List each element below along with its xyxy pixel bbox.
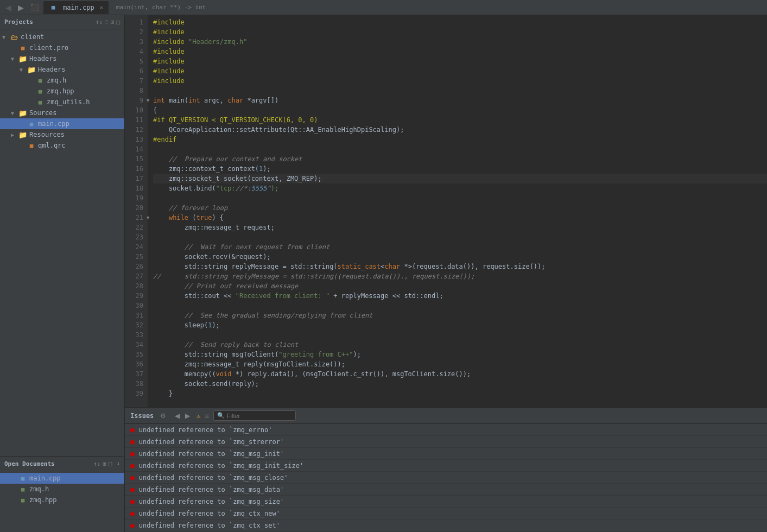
code-line-25: socket.recv(&request);	[153, 252, 767, 262]
expand-icon[interactable]: ⊞	[111, 18, 115, 26]
issues-next-button[interactable]: ▶	[183, 411, 192, 421]
issue-row[interactable]: ●undefined reference to `zmq_errno'	[125, 424, 767, 436]
fold-triangle-9[interactable]: ▼	[147, 96, 149, 105]
code-line-13: #endif	[153, 135, 767, 144]
issues-config-button[interactable]: ⚙	[158, 411, 168, 421]
tree-item-zmq.hpp[interactable]: ■zmq.hpp	[0, 86, 124, 97]
code-editor[interactable]: #include #include #include "Headers/zmq.…	[148, 15, 767, 407]
open-docs-title: Open Documents	[4, 460, 55, 467]
open-doc-item-main.cpp[interactable]: ■main.cpp	[0, 473, 124, 484]
line-number-32: 32	[129, 320, 143, 330]
projects-header: Projects ↑↓ ≡ ⊞ □	[0, 15, 124, 29]
issue-text: undefined reference to `zmq_ctx_new'	[139, 510, 280, 517]
code-line-11: #if QT_VERSION < QT_VERSION_CHECK(6, 0, …	[153, 115, 767, 125]
main-cpp-tab[interactable]: ■ main.cpp ✕	[43, 1, 109, 14]
code-line-8	[153, 86, 767, 96]
issue-row[interactable]: ●undefined reference to `zmq_msg_init'	[125, 448, 767, 460]
issue-text: undefined reference to `zmq_errno'	[139, 426, 272, 434]
issue-row[interactable]: ●undefined reference to `zmq_msg_size'	[125, 496, 767, 508]
filter-icon[interactable]: ≡	[105, 18, 109, 26]
open-doc-item-zmq.hpp[interactable]: ■zmq.hpp	[0, 495, 124, 505]
tree-item-zmq_utils.h[interactable]: ■zmq_utils.h	[0, 97, 124, 107]
line-number-5: 5	[129, 56, 143, 66]
issue-error-icon: ●	[130, 521, 135, 529]
line-number-37: 37	[129, 369, 143, 379]
tree-item-icon-project: 🗁	[10, 33, 18, 41]
nav-forward-button[interactable]: ▶	[16, 2, 26, 13]
sort-icon[interactable]: ↑↓	[96, 18, 103, 26]
line-number-15: 15	[129, 154, 143, 164]
issue-row[interactable]: ●undefined reference to `zmq_msg_close'	[125, 472, 767, 484]
issues-navigation: ◀ ▶	[173, 411, 192, 421]
tree-arrow: ▼	[2, 34, 10, 40]
tree-item-client.pro[interactable]: ■client.pro	[0, 42, 124, 53]
line-number-10: 10	[129, 105, 143, 115]
issue-error-icon: ●	[130, 509, 135, 517]
code-line-5: #include	[153, 56, 767, 66]
open-doc-label: zmq.h	[29, 485, 49, 493]
open-docs-close-icon[interactable]: □	[109, 460, 112, 467]
projects-header-icons: ↑↓ ≡ ⊞ □	[96, 18, 120, 26]
open-docs-expand-icon[interactable]: ⊞	[103, 460, 106, 467]
code-line-35: std::string msgToClient("greeting from C…	[153, 350, 767, 359]
tree-item-label: zmq_utils.h	[47, 98, 90, 106]
tree-item-resources[interactable]: ▶📁Resources	[0, 129, 124, 140]
line-number-21: 21	[129, 213, 143, 223]
issues-prev-button[interactable]: ◀	[173, 411, 182, 421]
line-number-39: 39	[129, 389, 143, 398]
open-doc-item-zmq.h[interactable]: ■zmq.h	[0, 484, 124, 495]
tree-item-label: Headers	[29, 55, 57, 62]
code-line-23	[153, 232, 767, 242]
code-line-34: // Send reply back to client	[153, 340, 767, 350]
issue-row[interactable]: ●undefined reference to `zmq_strerror'	[125, 436, 767, 448]
tree-item-headers-root[interactable]: ▼📁Headers	[0, 53, 124, 64]
line-number-30: 30	[129, 301, 143, 311]
line-number-24: 24	[129, 242, 143, 252]
issue-error-icon: ●	[130, 473, 135, 482]
tree-item-zmq.h[interactable]: ■zmq.h	[0, 75, 124, 86]
tree-item-sources[interactable]: ▼📁Sources	[0, 107, 124, 118]
fold-triangle-21[interactable]: ▼	[147, 213, 149, 223]
issue-row[interactable]: ●undefined reference to `zmq_ctx_new'	[125, 508, 767, 520]
issue-row[interactable]: ●undefined reference to `zmq_msg_data'	[125, 484, 767, 496]
code-line-16: zmq::context_t context(1);	[153, 164, 767, 174]
tree-item-label: main.cpp	[38, 120, 69, 128]
line-number-2: 2	[129, 27, 143, 37]
open-doc-icon-hpp: ■	[18, 496, 27, 504]
tree-item-headers-sub[interactable]: ▼📁Headers	[0, 64, 124, 75]
open-doc-icon-cpp: ■	[18, 474, 27, 483]
line-number-22: 22	[129, 223, 143, 232]
nav-back-button[interactable]: ◀	[3, 2, 14, 13]
issue-row[interactable]: ●undefined reference to `zmq_msg_init_si…	[125, 460, 767, 472]
filter-search-icon: 🔍	[217, 412, 225, 419]
issues-filter-box[interactable]: 🔍	[213, 410, 296, 421]
tab-close-button[interactable]: ✕	[100, 4, 103, 10]
open-docs-sort-icon[interactable]: ↑↓	[93, 460, 100, 467]
open-docs-scroll-icon[interactable]: ⬇	[116, 460, 120, 467]
tree-item-main.cpp[interactable]: ■main.cpp	[0, 118, 124, 129]
code-line-36: zmq::message_t reply(msgToClient.size())…	[153, 359, 767, 369]
tree-item-qml.qrc[interactable]: ■qml.qrc	[0, 140, 124, 151]
tree-arrow: ▼	[11, 110, 18, 116]
close-icon[interactable]: □	[116, 18, 120, 26]
tree-item-icon-h: ■	[36, 98, 45, 106]
tree-item-label: client	[21, 33, 44, 41]
tab-label: main.cpp	[63, 4, 94, 11]
issue-error-icon: ●	[130, 426, 135, 434]
line-number-29: 29	[129, 291, 143, 301]
issues-filter-input[interactable]	[227, 413, 292, 419]
line-number-11: 11	[129, 115, 143, 125]
editor-content[interactable]: 1234567891011121314151617181920212223242…	[125, 15, 767, 407]
issue-row[interactable]: ●undefined reference to `zmq_ctx_set'	[125, 520, 767, 531]
open-docs-tree: ■main.cpp ■zmq.h ■zmq.hpp	[0, 471, 124, 532]
code-line-39: }	[153, 389, 767, 398]
tree-item-icon-folder: 📁	[18, 54, 27, 63]
tree-item-client[interactable]: ▼🗁client	[0, 31, 124, 42]
tree-item-label: zmq.h	[47, 77, 66, 84]
issue-text: undefined reference to `zmq_strerror'	[139, 438, 284, 446]
issue-text: undefined reference to `zmq_msg_size'	[139, 498, 284, 505]
tree-item-icon-folder: 📁	[18, 109, 27, 117]
line-number-9: 9	[129, 96, 143, 105]
code-line-27: // std::string replyMessage = std::strin…	[153, 271, 767, 281]
tree-item-label: client.pro	[29, 44, 68, 52]
